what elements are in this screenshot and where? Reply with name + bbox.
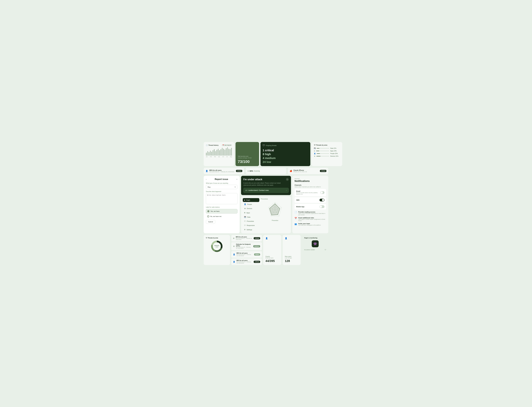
radar-chart bbox=[266, 201, 284, 219]
radio-section-label: Label for radio buttons bbox=[206, 206, 237, 208]
report-issue-card: ‹ Report issue × What type of issue are … bbox=[204, 176, 240, 233]
bar-item bbox=[222, 148, 223, 156]
new-users-stat-card: 👤 New users Last 30 days 128 bbox=[283, 235, 301, 265]
date-range-badge[interactable]: 📅 Jan–Aug 24 bbox=[222, 144, 232, 146]
area-people: 👤 People 25% bbox=[314, 153, 340, 154]
report-issue-title: Report issue bbox=[215, 178, 228, 180]
bar-item bbox=[218, 149, 219, 156]
radio-no[interactable]: No, we have not. bbox=[206, 214, 237, 219]
threat-history-title: 🕐 Threat history bbox=[206, 144, 219, 146]
middle-column: I'm under attack × It seems like you are… bbox=[241, 176, 291, 233]
alert-icon-3: 👤 bbox=[233, 253, 235, 255]
reading-access-icon: 📄 bbox=[295, 211, 297, 213]
settings-nav-icon: ⚙ bbox=[244, 229, 245, 231]
nav-data[interactable]: 💾 Data bbox=[243, 215, 259, 219]
bar-item bbox=[223, 149, 224, 156]
hugin-monitoring-card: Hugin is monitoring 👾 No actions needed … bbox=[302, 235, 328, 265]
clock-icon: 🕐 bbox=[206, 144, 208, 146]
channels-title: Channels bbox=[295, 184, 326, 186]
people-icon: 👤 bbox=[314, 153, 316, 154]
describe-textarea[interactable] bbox=[206, 193, 237, 204]
under-attack-title: I'm under attack bbox=[243, 178, 262, 181]
bar-item bbox=[228, 149, 229, 156]
notifications-card: Personal Notifications Channels Select w… bbox=[292, 176, 328, 233]
sms-toggle[interactable] bbox=[320, 199, 324, 201]
nav-left: ■ Hugin 👤 People 🖥 Devices ⊞ Apps bbox=[243, 198, 259, 232]
alerts-row: 👤 MFA for all users Microsoft Entra ID –… bbox=[204, 168, 328, 174]
threats-area-bottom-card: 🛡 Threats by area D bbox=[204, 235, 230, 265]
iphone-critical-badge: Critical bbox=[320, 170, 326, 172]
issue-type-dropdown[interactable]: Bug ∨ bbox=[206, 185, 237, 189]
guests-label: Guests bbox=[266, 256, 279, 257]
shield-area-icon: 🛡 bbox=[314, 144, 315, 146]
security-score-card: Total security score Industry average: 6… bbox=[235, 142, 259, 166]
alert-list-item-1: ⊞ MFA for all users Microsoft Entra ID –… bbox=[231, 235, 262, 242]
bottom-row: 🛡 Threats by area D bbox=[204, 235, 328, 265]
new-users-label: New users bbox=[285, 256, 298, 257]
bar-item bbox=[215, 151, 216, 156]
mobile-app-toggle[interactable] bbox=[320, 205, 324, 208]
bar-item bbox=[206, 153, 207, 156]
hugin-status: No actions needed 🛡 bbox=[304, 249, 326, 250]
score-value: 73/100 bbox=[238, 159, 257, 164]
email-toggle[interactable] bbox=[320, 191, 324, 194]
score-avg: Industry average: 67/100 bbox=[238, 157, 257, 159]
alert-mfa: 👤 MFA for all users Microsoft Entra ID –… bbox=[204, 168, 244, 174]
threat-history-card: 🕐 Threat history 📅 Jan–Aug 24 Jan Feb Ma… bbox=[204, 142, 234, 166]
nav-devices[interactable]: 🖥 Devices bbox=[243, 207, 259, 211]
nav-right: Preventive bbox=[261, 198, 289, 232]
nav-responsive[interactable]: 🛡 Responsive bbox=[243, 223, 259, 227]
alert-list-item-2: 🖥 Defender for Endpoint policy Microsoft… bbox=[231, 242, 262, 250]
apps-icon: ⊞ bbox=[314, 150, 315, 152]
submit-button[interactable]: Submit bbox=[206, 220, 215, 224]
data-icon: 💾 bbox=[314, 148, 316, 149]
nav-apps[interactable]: ⊞ Apps bbox=[243, 211, 259, 215]
chevron-down-icon: ∨ bbox=[235, 186, 236, 188]
guests-value: 44/395 bbox=[266, 259, 279, 263]
badge-1: Critical bbox=[254, 237, 260, 239]
bar-item bbox=[209, 152, 210, 156]
action-invite-team: 👥 Invite your team Let's add your collea… bbox=[295, 223, 326, 226]
radio-yes[interactable]: Yes, we have. bbox=[206, 209, 237, 213]
scanning-indicator: ⊞ 88% Scanning bbox=[248, 170, 260, 172]
contact-now-button[interactable]: ⚠ I understand. Contact now. › bbox=[243, 188, 289, 193]
nav-menu-card: ■ Hugin 👤 People 🖥 Devices ⊞ Apps bbox=[241, 196, 291, 233]
new-users-icon: 👤 bbox=[285, 237, 298, 239]
close-button[interactable]: × bbox=[236, 178, 237, 180]
nav-people[interactable]: 👤 People bbox=[243, 202, 259, 206]
hugin-shield-icon: 🛡 bbox=[325, 249, 326, 250]
alert-icon-4: 👤 bbox=[233, 261, 235, 263]
nav-preventive[interactable]: 🛡 Preventive bbox=[243, 219, 259, 223]
donut-center-label: Devices bbox=[214, 245, 219, 246]
scanning-card: ⊞ 88% Scanning bbox=[246, 168, 286, 174]
bar-item bbox=[216, 150, 217, 156]
dashboard: 🕐 Threat history 📅 Jan–Aug 24 Jan Feb Ma… bbox=[204, 142, 328, 265]
channel-sms: SMS bbox=[295, 197, 326, 203]
preventive-nav-icon: 🛡 bbox=[244, 220, 246, 222]
under-attack-close[interactable]: × bbox=[286, 178, 289, 181]
threats-list: 1 critical 8 high 4 medium 24 low bbox=[263, 148, 308, 164]
under-attack-desc: It seems like you are under attack. Plea… bbox=[243, 182, 289, 186]
back-button[interactable]: ‹ bbox=[206, 178, 207, 180]
nav-hugin[interactable]: ■ Hugin bbox=[243, 198, 259, 202]
hugin-nav-icon: ■ bbox=[244, 199, 245, 201]
user-icon: 👤 bbox=[206, 170, 208, 172]
area-devices: 🖥 Devices 31% bbox=[314, 156, 340, 157]
alert-icon-2: 🖥 bbox=[233, 245, 235, 247]
score-label: Total security score bbox=[238, 156, 257, 157]
new-users-value: 128 bbox=[285, 259, 298, 263]
nav-settings[interactable]: ⚙ Settings bbox=[243, 227, 259, 232]
data-nav-icon: 💾 bbox=[244, 216, 246, 218]
bar-item bbox=[224, 150, 225, 156]
radio-dot-no bbox=[207, 215, 209, 217]
alert-icon-1: ⊞ bbox=[233, 237, 235, 239]
area-apps: ⊞ Apps 23% bbox=[314, 150, 340, 152]
radar-bottom-label: Preventive bbox=[272, 220, 278, 221]
grant-roles-icon: 📅 bbox=[295, 217, 297, 219]
radio-dot-yes bbox=[207, 210, 209, 212]
donut-center-pct: 21% bbox=[214, 246, 219, 248]
area-data: 💾 Data 21% bbox=[314, 148, 340, 149]
guests-icon: 👤 bbox=[266, 237, 279, 239]
responsive-nav-icon: 🛡 bbox=[244, 225, 246, 226]
guests-stat-card: 👤 Guests External users 44/395 bbox=[263, 235, 281, 265]
